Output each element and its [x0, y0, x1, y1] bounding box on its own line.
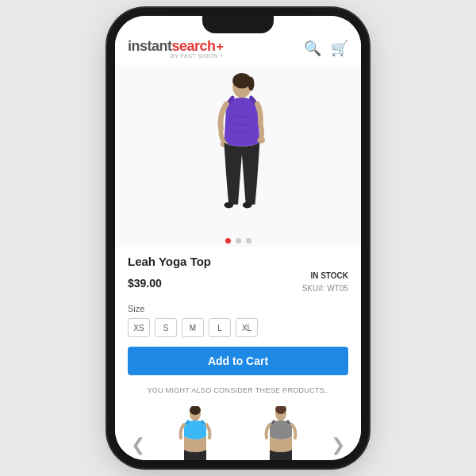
related-image-prima — [163, 402, 227, 460]
related-items: Prima Bra Top $24 — [148, 402, 328, 460]
carousel-dot-3[interactable] — [246, 238, 251, 244]
add-to-cart-section: Add to Cart — [115, 344, 361, 382]
svg-point-6 — [224, 202, 233, 209]
search-icon[interactable]: 🔍 — [304, 40, 321, 57]
related-item-prima[interactable]: Prima Bra Top $24 — [155, 402, 235, 460]
related-section: YOU MIGHT ALSO CONSIDER THESE PRODUCTS..… — [115, 382, 361, 460]
product-figure-svg — [198, 73, 278, 224]
size-l[interactable]: L — [209, 318, 231, 337]
size-options: XS S M L XL — [128, 318, 348, 337]
size-s[interactable]: S — [155, 318, 177, 337]
size-xl[interactable]: XL — [236, 318, 258, 337]
size-label: Size — [128, 304, 348, 313]
phone-screen: instantsearch+ BY FAST SIMON + 🔍 🛒 — [115, 16, 361, 460]
related-row: ❮ — [128, 402, 348, 460]
carousel-dot-1[interactable] — [225, 238, 231, 244]
size-m[interactable]: M — [182, 318, 204, 337]
related-item-electra[interactable]: Electra Bra Top $39 — [241, 402, 321, 460]
carousel-dots — [115, 232, 361, 247]
phone-notch — [202, 16, 274, 33]
logo: instantsearch+ BY FAST SIMON + — [128, 38, 224, 59]
add-to-cart-button[interactable]: Add to Cart — [128, 347, 348, 375]
svg-point-2 — [248, 77, 255, 91]
stock-status: IN STOCK — [302, 271, 348, 280]
product-price: $39.00 — [128, 277, 162, 290]
logo-search: search — [172, 38, 216, 54]
logo-byline: BY FAST SIMON + — [128, 53, 224, 59]
price-row: $39.00 IN STOCK SKU#: WT05 — [128, 271, 348, 294]
svg-point-7 — [243, 202, 252, 209]
header-icons: 🔍 🛒 — [304, 40, 348, 57]
carousel-dot-2[interactable] — [236, 238, 241, 244]
product-image — [186, 69, 290, 228]
logo-plus: + — [217, 40, 224, 53]
related-label: YOU MIGHT ALSO CONSIDER THESE PRODUCTS.. — [128, 386, 348, 394]
svg-point-5 — [257, 137, 265, 144]
product-info: Leah Yoga Top $39.00 IN STOCK SKU#: WT05 — [115, 247, 361, 294]
sku: SKU#: WT05 — [302, 284, 348, 293]
stock-area: IN STOCK SKU#: WT05 — [302, 271, 348, 294]
size-section: Size XS S M L XL — [115, 301, 361, 344]
next-arrow[interactable]: ❯ — [328, 435, 348, 455]
product-name: Leah Yoga Top — [128, 255, 348, 268]
phone-frame: instantsearch+ BY FAST SIMON + 🔍 🛒 — [115, 16, 361, 460]
product-image-area — [115, 65, 361, 232]
related-image-electra — [249, 402, 313, 460]
cart-icon[interactable]: 🛒 — [331, 40, 348, 57]
prev-arrow[interactable]: ❮ — [128, 435, 148, 455]
logo-instant: instant — [128, 38, 172, 54]
size-xs[interactable]: XS — [128, 318, 150, 337]
